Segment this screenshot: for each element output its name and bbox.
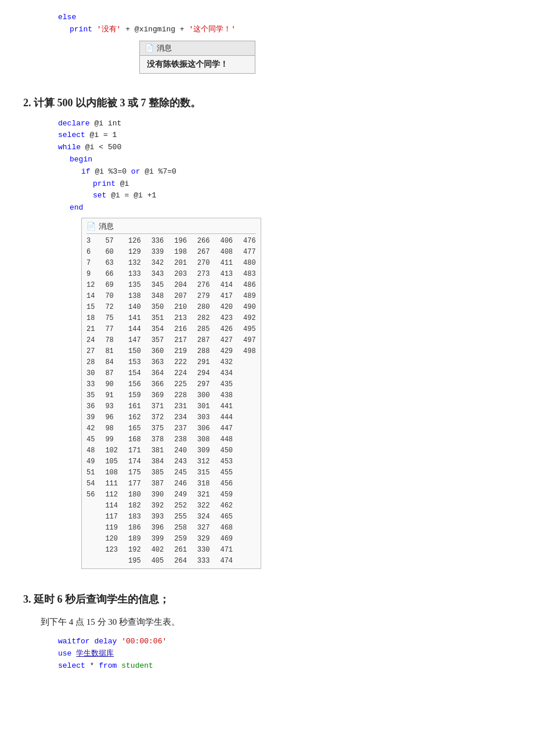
number-cell: 213	[174, 313, 187, 323]
number-cell: 303	[197, 412, 210, 423]
number-cell: 282	[197, 313, 210, 323]
number-cell: 177	[128, 478, 141, 489]
number-cell: 455	[220, 467, 233, 478]
col-8: 476477480483486489490492495497498	[243, 236, 256, 566]
number-cell: 161	[128, 401, 141, 412]
number-cell: 147	[128, 335, 141, 345]
number-cell: 427	[220, 335, 233, 345]
number-cell: 154	[128, 368, 141, 379]
section-2: 2. 计算 500 以内能被 3 或 7 整除的数。 declare @i in…	[23, 96, 511, 575]
section-3: 3. 延时 6 秒后查询学生的信息； 到下午 4 点 15 分 30 秒查询学生…	[23, 592, 511, 672]
number-cell: 405	[151, 556, 164, 566]
number-cell: 75	[105, 313, 118, 323]
number-cell: 171	[128, 445, 141, 456]
number-cell: 33	[86, 379, 95, 390]
number-cell: 426	[220, 324, 233, 334]
number-cell: 36	[86, 401, 95, 412]
col-7: 4064084114134144174204234264274294324344…	[220, 236, 233, 566]
number-cell: 165	[128, 423, 141, 434]
number-cell: 399	[151, 534, 164, 544]
number-cell: 486	[243, 280, 256, 290]
col-5: 1961982012032042072102132162172192222242…	[174, 236, 187, 566]
print-line: print '没有' + @xingming + '这个同学！'	[70, 24, 511, 36]
number-cell: 21	[86, 324, 95, 334]
col-1: 3679121415182124272830333536394245484951…	[86, 236, 95, 566]
select-line: select @i = 1	[58, 129, 511, 142]
while-kw: while	[58, 143, 85, 152]
number-cell: 390	[151, 489, 164, 500]
number-cell: 153	[128, 357, 141, 368]
number-cell: 108	[105, 467, 118, 478]
number-cell: 112	[105, 489, 118, 500]
number-cell: 99	[105, 434, 118, 445]
section-3-subtitle: 到下午 4 点 15 分 30 秒查询学生表。	[41, 614, 493, 630]
section-3-title: 3. 延时 6 秒后查询学生的信息；	[23, 592, 511, 606]
number-cell: 498	[243, 346, 256, 357]
if-line: if @i %3=0 or @i %7=0	[81, 166, 511, 178]
number-cell: 18	[86, 313, 95, 323]
number-cell: 119	[105, 523, 118, 533]
number-cell: 93	[105, 401, 118, 412]
if-kw: if	[81, 167, 95, 176]
number-cell: 417	[220, 291, 233, 301]
doc-icon: 📄	[145, 44, 154, 53]
number-cell: 204	[174, 280, 187, 290]
number-cell: 432	[220, 357, 233, 368]
number-cell: 183	[128, 512, 141, 522]
number-cell: 366	[151, 379, 164, 390]
number-cell: 30	[86, 368, 95, 379]
number-cell: 456	[220, 478, 233, 489]
number-cell: 423	[220, 313, 233, 323]
number-cell: 24	[86, 335, 95, 345]
result-inner: 📄 消息 36791214151821242728303335363942454…	[82, 218, 261, 569]
end-line: end	[70, 202, 511, 214]
number-cell: 51	[86, 467, 95, 478]
number-cell: 321	[197, 489, 210, 500]
number-cell: 309	[197, 445, 210, 456]
number-cell: 354	[151, 324, 164, 334]
number-cell: 273	[197, 269, 210, 279]
number-cell: 474	[220, 556, 233, 566]
section-2-code: declare @i int select @i = 1 while @i < …	[58, 118, 511, 214]
number-cell: 287	[197, 335, 210, 345]
number-cell: 3	[86, 236, 95, 246]
number-cell: 372	[151, 412, 164, 423]
number-cell: 420	[220, 302, 233, 312]
number-cell: 245	[174, 467, 187, 478]
number-cell: 429	[220, 346, 233, 357]
print-var: @i	[120, 179, 129, 188]
number-cell: 91	[105, 390, 118, 401]
number-cell: 477	[243, 247, 256, 257]
select-kw: select	[58, 131, 90, 139]
table-name: student	[121, 661, 153, 670]
number-cell: 138	[128, 291, 141, 301]
number-cell: 207	[174, 291, 187, 301]
number-cell: 123	[105, 545, 118, 555]
col-2: 5760636669707275777881848790919396989910…	[105, 236, 118, 566]
number-cell: 402	[151, 545, 164, 555]
print-kw2: print	[93, 179, 120, 188]
number-cell: 306	[197, 423, 210, 434]
waitfor-val: '00:00:06'	[121, 637, 167, 646]
select-star-line: select * from student	[58, 660, 511, 672]
number-cell: 258	[174, 523, 187, 533]
number-cell: 117	[105, 512, 118, 522]
number-cell: 434	[220, 368, 233, 379]
use-kw: use	[58, 649, 76, 658]
number-cell: 231	[174, 401, 187, 412]
number-cell: 327	[197, 523, 210, 533]
number-cell: 300	[197, 390, 210, 401]
number-cell: 363	[151, 357, 164, 368]
number-cell: 135	[128, 280, 141, 290]
number-cell: 351	[151, 313, 164, 323]
number-cell: 375	[151, 423, 164, 434]
begin-kw: begin	[70, 155, 92, 164]
print-i-line: print @i	[93, 178, 511, 190]
number-cell: 465	[220, 512, 233, 522]
number-cell: 392	[151, 501, 164, 511]
print-string2: '这个同学！'	[189, 25, 236, 34]
number-cell: 70	[105, 291, 118, 301]
section-1: else print '没有' + @xingming + '这个同学！' 📄 …	[23, 12, 511, 78]
declare-kw: declare	[58, 119, 94, 128]
number-cell: 162	[128, 412, 141, 423]
